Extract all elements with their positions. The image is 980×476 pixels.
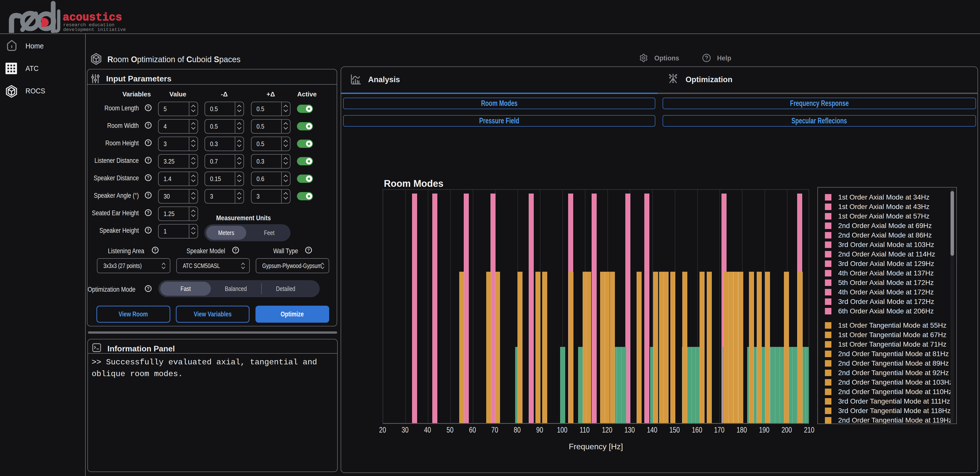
svg-text:development initiative: development initiative (63, 27, 126, 32)
svg-text:acoustics: acoustics (63, 11, 122, 24)
